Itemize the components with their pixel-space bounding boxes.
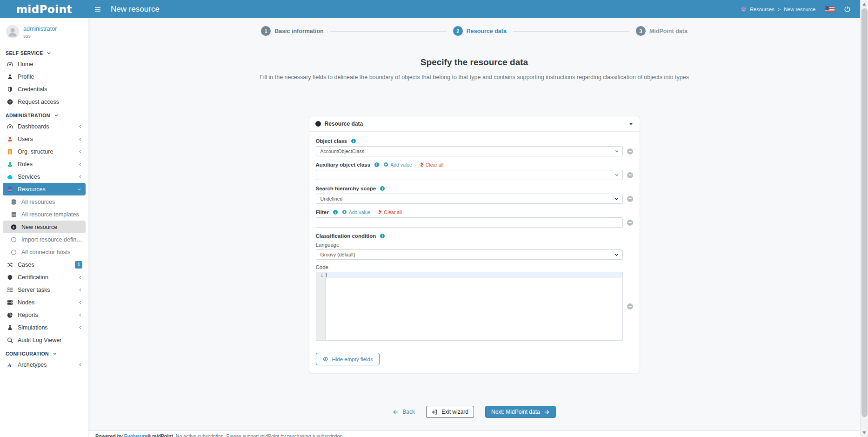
sidebar-item-server-tasks[interactable]: Server tasks	[0, 283, 88, 296]
sidebar-item-reports[interactable]: Reports	[0, 309, 88, 321]
logout-icon[interactable]	[844, 6, 851, 13]
archetype-icon: A	[7, 362, 13, 368]
code-area[interactable]	[326, 272, 622, 340]
sidebar-item-home[interactable]: Home	[0, 58, 88, 70]
breadcrumb-resources[interactable]: Resources	[750, 7, 775, 12]
info-icon[interactable]	[380, 233, 385, 239]
language-label: Language	[316, 242, 340, 248]
info-icon[interactable]	[380, 186, 385, 191]
remove-value-button[interactable]	[627, 148, 633, 155]
language-select[interactable]: Groovy (default)	[316, 249, 623, 260]
chevron-left-icon	[78, 162, 82, 167]
cloud-icon	[7, 174, 13, 180]
clear-all-link[interactable]: Clear all	[419, 162, 444, 168]
pie-chart-icon	[7, 312, 13, 318]
shield-icon	[7, 86, 13, 93]
remove-value-button[interactable]	[627, 196, 633, 202]
code-gutter: 1	[316, 272, 326, 340]
chevron-down-icon	[614, 149, 619, 154]
info-icon[interactable]	[333, 209, 338, 215]
sidebar-item-services[interactable]: Services	[0, 170, 88, 183]
remove-value-button[interactable]	[627, 172, 633, 178]
clear-all-link[interactable]: Clear all	[377, 209, 402, 215]
plus-circle-icon	[10, 224, 17, 230]
circle-outline-icon	[10, 249, 17, 255]
sidebar-item-import-resource-definit[interactable]: Import resource definit...	[0, 233, 88, 246]
sidebar-item-all-connector-hosts[interactable]: All connector hosts	[0, 246, 88, 258]
sidebar-item-all-resources[interactable]: All resources	[0, 195, 88, 208]
sidebar-item-certification[interactable]: Certification	[0, 271, 88, 283]
sidebar-item-roles[interactable]: Roles	[0, 158, 88, 170]
sidebar-item-credentials[interactable]: Credentials	[0, 83, 88, 95]
locale-flag-button[interactable]	[825, 7, 835, 12]
auxiliary-object-class-select[interactable]	[316, 170, 623, 180]
scroll-down-arrow[interactable]	[862, 431, 866, 434]
sidebar-item-nodes[interactable]: Nodes	[0, 296, 88, 309]
chevron-down-icon	[614, 196, 619, 202]
wizard-step-resource-data[interactable]: 2 Resource data	[453, 26, 507, 36]
sidebar-item-profile[interactable]: Profile	[0, 70, 88, 83]
exit-icon	[432, 409, 438, 415]
user-panel: administrator sss	[0, 18, 88, 44]
sidebar-item-all-resource-templates[interactable]: All resource templates	[0, 208, 88, 221]
arrow-right-icon	[544, 409, 550, 415]
breadcrumb-separator: >	[778, 7, 781, 12]
info-icon[interactable]	[351, 138, 356, 144]
database-icon	[741, 6, 747, 12]
user-name-link[interactable]: administrator	[23, 26, 57, 32]
next-midpoint-data-button[interactable]: Next: MidPoint data	[485, 406, 556, 418]
field-object-class: Object class AccountObjectClass	[316, 137, 633, 156]
sidebar-item-users[interactable]: Users	[0, 133, 88, 145]
object-class-select[interactable]: AccountObjectClass	[316, 146, 623, 156]
plus-circle-icon	[342, 209, 347, 215]
wizard-step-basic-information[interactable]: 1 Basic information	[261, 26, 324, 36]
code-editor[interactable]: 1	[316, 272, 623, 341]
filter-label: Filter	[316, 209, 329, 215]
sidebar-section-self-service[interactable]: SELF SERVICE	[0, 46, 88, 58]
arrow-left-icon	[393, 409, 399, 415]
filter-input[interactable]	[316, 217, 623, 228]
chevron-left-icon	[78, 137, 82, 141]
sidebar-item-org-structure[interactable]: Org. structure	[0, 145, 88, 158]
scrollbar-thumb[interactable]	[861, 8, 868, 417]
back-button[interactable]: Back	[393, 409, 415, 415]
sidebar-item-audit-log-viewer[interactable]: Audit Log Viewer	[0, 334, 88, 346]
midpoint-logo[interactable]: midPoint	[0, 3, 88, 15]
chevron-left-icon	[78, 363, 82, 367]
remove-value-button[interactable]	[627, 220, 633, 226]
sidebar-item-resources[interactable]: Resources	[3, 183, 86, 195]
avatar[interactable]	[6, 25, 19, 38]
wizard-step-midpoint-data[interactable]: 3 MidPoint data	[636, 26, 688, 36]
chevron-left-icon	[78, 300, 82, 305]
sidebar-section-administration[interactable]: ADMINISTRATION	[0, 108, 88, 120]
sidebar-section-configuration[interactable]: CONFIGURATION	[0, 346, 88, 358]
gauge-icon	[7, 61, 13, 67]
hide-empty-fields-button[interactable]: Hide empty fields	[316, 353, 380, 365]
sidebar-item-request-access[interactable]: Request access	[0, 95, 88, 108]
scrollbar[interactable]	[860, 0, 868, 437]
sidebar-item-archetypes[interactable]: AArchetypes	[0, 358, 88, 371]
chevron-left-icon	[78, 124, 82, 129]
sidebar-item-new-resource[interactable]: New resource	[3, 221, 86, 233]
database-icon	[7, 186, 13, 193]
rosette-icon	[7, 274, 13, 281]
add-value-link[interactable]: Add value	[342, 209, 371, 215]
sidebar-item-cases[interactable]: Cases1	[0, 258, 88, 271]
scroll-up-arrow[interactable]	[862, 3, 866, 6]
resource-data-card: Resource data Object class AccountObject…	[309, 116, 640, 373]
auxiliary-object-class-label: Auxiliary object class	[316, 162, 371, 168]
remove-value-button[interactable]	[627, 303, 633, 309]
evolveum-link[interactable]: Evolveum	[124, 433, 147, 437]
info-icon[interactable]	[374, 162, 380, 168]
page-title: Specify the resource data	[88, 57, 860, 67]
breadcrumb: Resources > New resource	[741, 6, 815, 12]
collapse-caret-icon[interactable]	[628, 121, 634, 127]
sidebar-item-dashboards[interactable]: Dashboards	[0, 120, 88, 133]
exit-wizard-button[interactable]: Exit wizard	[426, 406, 474, 418]
search-hierarchy-scope-select[interactable]: Undefined	[316, 194, 623, 204]
sidebar-toggle-button[interactable]	[88, 0, 107, 18]
chevron-down-icon	[54, 113, 59, 118]
sidebar-item-simulations[interactable]: Simulations	[0, 321, 88, 334]
add-value-link[interactable]: Add value	[383, 162, 412, 168]
card-header[interactable]: Resource data	[309, 116, 640, 132]
